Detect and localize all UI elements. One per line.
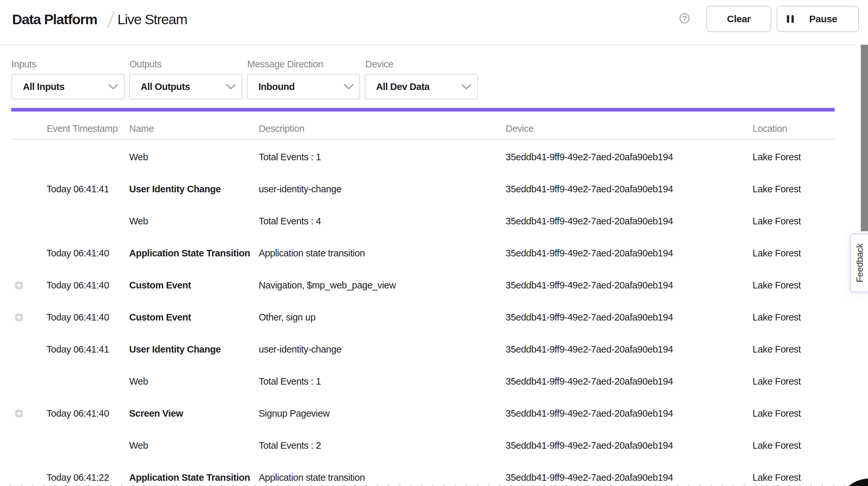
svg-text:?: ? (683, 14, 687, 22)
